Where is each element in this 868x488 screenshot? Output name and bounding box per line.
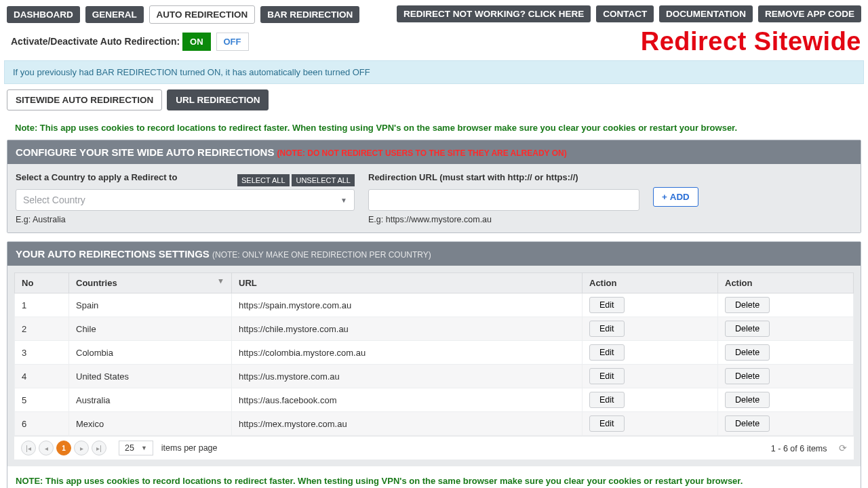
- pager-current-page[interactable]: 1: [56, 441, 71, 455]
- edit-button[interactable]: Edit: [589, 344, 625, 361]
- table-row: 5Australiahttps://aus.facebook.comEditDe…: [15, 388, 854, 412]
- cell-url: https://chile.mystore.com.au: [232, 317, 583, 341]
- cell-url: https://mex.mystore.com.au: [232, 412, 583, 436]
- info-banner: If you previously had BAR REDIRECTION tu…: [4, 60, 864, 84]
- redirection-url-input[interactable]: [368, 189, 639, 211]
- edit-button[interactable]: Edit: [589, 368, 625, 384]
- edit-button[interactable]: Edit: [589, 392, 625, 408]
- country-hint: E.g: Australia: [16, 215, 355, 224]
- cell-country: Spain: [69, 293, 232, 317]
- table-row: 3Colombiahttps://colombia.mystore.com.au…: [15, 341, 854, 365]
- cell-country: United States: [69, 365, 232, 388]
- nav-bar-redirection[interactable]: BAR REDIRECTION: [260, 6, 359, 23]
- th-action-delete[interactable]: Action: [718, 273, 854, 293]
- table-row: 2Chilehttps://chile.mystore.com.auEditDe…: [15, 317, 854, 341]
- pager-first-icon[interactable]: |◂: [21, 441, 36, 455]
- settings-subnote: (NOTE: ONLY MAKE ONE REDIRECTION PER COU…: [212, 250, 431, 260]
- url-label: Redirection URL (must start with http://…: [368, 172, 639, 182]
- cookie-note-bottom: NOTE: This app uses cookies to record lo…: [7, 466, 861, 488]
- edit-button[interactable]: Edit: [589, 297, 625, 313]
- subtab-sitewide[interactable]: SITEWIDE AUTO REDIRECTION: [7, 89, 162, 110]
- toggle-on-button[interactable]: ON: [182, 33, 211, 51]
- toggle-off-button[interactable]: OFF: [216, 33, 249, 51]
- cell-url: https://us.mystore.com.au: [232, 365, 583, 388]
- cell-no: 6: [15, 412, 69, 436]
- cell-url: https://aus.facebook.com: [232, 388, 583, 412]
- pager-summary: 1 - 6 of 6 items: [771, 444, 827, 453]
- delete-button[interactable]: Delete: [725, 344, 770, 361]
- cell-no: 5: [15, 388, 69, 412]
- pager-last-icon[interactable]: ▸|: [92, 441, 106, 455]
- settings-panel-header: YOUR AUTO REDIRECTIONS SETTINGS (NOTE: O…: [7, 242, 861, 266]
- redirections-table: No Countries ▲ URL Action Action 1Spainh…: [14, 272, 854, 436]
- pager-next-icon[interactable]: ▸: [74, 441, 89, 455]
- th-url[interactable]: URL: [232, 273, 583, 293]
- nav-not-working[interactable]: REDIRECT NOT WORKING? CLICK HERE: [397, 5, 591, 22]
- page-size-select[interactable]: 25 ▼: [119, 441, 153, 455]
- cell-country: Chile: [69, 317, 232, 341]
- cell-no: 2: [15, 317, 69, 341]
- nav-contact[interactable]: CONTACT: [596, 5, 654, 22]
- cell-url: https://spain.mystore.com.au: [232, 293, 583, 317]
- nav-remove-app-code[interactable]: REMOVE APP CODE: [758, 5, 861, 22]
- table-row: 6Mexicohttps://mex.mystore.com.auEditDel…: [15, 412, 854, 436]
- nav-documentation[interactable]: DOCUMENTATION: [659, 5, 753, 22]
- nav-left: DASHBOARD GENERAL AUTO REDIRECTION BAR R…: [7, 5, 359, 24]
- configure-title: CONFIGURE YOUR SITE WIDE AUTO REDIRECTIO…: [16, 146, 274, 158]
- cell-country: Australia: [69, 388, 232, 412]
- cell-no: 1: [15, 293, 69, 317]
- pager: |◂ ◂ 1 ▸ ▸| 25 ▼ items per page 1 - 6 of…: [14, 436, 854, 460]
- cell-country: Mexico: [69, 412, 232, 436]
- delete-button[interactable]: Delete: [725, 321, 770, 337]
- delete-button[interactable]: Delete: [725, 415, 770, 432]
- cell-no: 3: [15, 341, 69, 365]
- edit-button[interactable]: Edit: [589, 321, 625, 337]
- edit-button[interactable]: Edit: [589, 415, 625, 432]
- configure-panel: CONFIGURE YOUR SITE WIDE AUTO REDIRECTIO…: [7, 140, 861, 233]
- cell-no: 4: [15, 365, 69, 388]
- toggle-group: Activate/Deactivate Auto Redirection: ON…: [11, 33, 249, 51]
- add-label: ADD: [670, 192, 690, 202]
- settings-panel: YOUR AUTO REDIRECTIONS SETTINGS (NOTE: O…: [7, 241, 861, 488]
- nav-auto-redirection[interactable]: AUTO REDIRECTION: [149, 5, 256, 24]
- filter-icon[interactable]: ▲: [217, 278, 224, 286]
- cell-url: https://colombia.mystore.com.au: [232, 341, 583, 365]
- add-button[interactable]: + ADD: [653, 187, 698, 207]
- country-placeholder: Select Country: [23, 195, 85, 205]
- nav-general[interactable]: GENERAL: [85, 6, 144, 23]
- refresh-icon[interactable]: ⟳: [839, 443, 847, 453]
- top-navbar: DASHBOARD GENERAL AUTO REDIRECTION BAR R…: [0, 0, 868, 26]
- nav-dashboard[interactable]: DASHBOARD: [7, 6, 80, 23]
- chevron-down-icon: ▼: [141, 445, 147, 451]
- configure-panel-body: Select a Country to apply a Redirect to …: [7, 164, 861, 232]
- country-select[interactable]: Select Country ▼: [16, 189, 355, 211]
- cookie-note-top: Note: This app uses cookies to record lo…: [0, 110, 868, 140]
- toggle-row: Activate/Deactivate Auto Redirection: ON…: [0, 26, 868, 60]
- settings-title: YOUR AUTO REDIRECTIONS SETTINGS: [16, 248, 210, 260]
- delete-button[interactable]: Delete: [725, 297, 770, 313]
- pager-prev-icon[interactable]: ◂: [39, 441, 54, 455]
- unselect-all-button[interactable]: UNSELECT ALL: [292, 174, 355, 186]
- subtab-url-redirection[interactable]: URL REDIRECTION: [167, 89, 269, 110]
- country-select-label: Select a Country to apply a Redirect to: [16, 172, 177, 182]
- th-countries[interactable]: Countries ▲: [69, 273, 232, 293]
- table-row: 4United Stateshttps://us.mystore.com.auE…: [15, 365, 854, 388]
- per-page-label: items per page: [161, 443, 218, 453]
- configure-warning: (NOTE: DO NOT REDIRECT USERS TO THE SITE…: [277, 148, 567, 158]
- plus-icon: +: [662, 192, 667, 202]
- table-row: 1Spainhttps://spain.mystore.com.auEditDe…: [15, 293, 854, 317]
- delete-button[interactable]: Delete: [725, 368, 770, 384]
- url-hint: E.g: https://www.mystore.com.au: [368, 215, 639, 224]
- select-all-button[interactable]: SELECT ALL: [237, 174, 290, 186]
- th-no[interactable]: No: [15, 273, 69, 293]
- cell-country: Colombia: [69, 341, 232, 365]
- th-action-edit[interactable]: Action: [583, 273, 718, 293]
- chevron-down-icon: ▼: [340, 197, 347, 204]
- toggle-label: Activate/Deactivate Auto Redirection:: [11, 36, 180, 47]
- subtab-row: SITEWIDE AUTO REDIRECTION URL REDIRECTIO…: [0, 89, 868, 110]
- configure-panel-header: CONFIGURE YOUR SITE WIDE AUTO REDIRECTIO…: [7, 140, 861, 164]
- delete-button[interactable]: Delete: [725, 392, 770, 408]
- nav-right: REDIRECT NOT WORKING? CLICK HERE CONTACT…: [397, 5, 861, 24]
- page-headline: Redirect Sitewide: [641, 27, 861, 56]
